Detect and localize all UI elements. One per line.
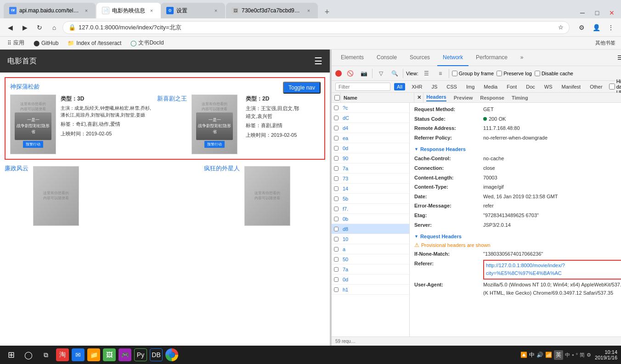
header-close[interactable]: ✕ — [414, 93, 423, 102]
detail-tab-headers-header[interactable]: Headers — [426, 94, 446, 101]
filter-type-other[interactable]: Other — [587, 83, 605, 90]
ime-settings[interactable]: ⚙ — [587, 352, 591, 358]
address-bar[interactable]: 🔒 127.0.0.1:8000/movie/index/?city=北京 ☆ — [62, 21, 570, 34]
select-all-checkbox[interactable] — [334, 95, 340, 101]
network-row-7[interactable]: 73 — [332, 174, 409, 184]
ime-mode[interactable]: 中 ∘ ° — [565, 352, 578, 358]
network-icon[interactable]: 📶 — [545, 352, 552, 358]
network-row-5[interactable]: 90 — [332, 153, 409, 163]
bookmark-docid[interactable]: ◯ 文书DocId — [129, 38, 165, 48]
network-row-8[interactable]: 14 — [332, 184, 409, 194]
tab-3-close[interactable]: × — [212, 7, 220, 14]
chevron-icon[interactable]: 🔼 — [520, 352, 527, 358]
taskbar-mail-icon[interactable]: ✉ — [72, 348, 85, 361]
devtools-tab-more[interactable]: » — [515, 50, 529, 66]
row-7-checkbox[interactable] — [334, 176, 339, 181]
taskbar-photo-icon[interactable]: 🖼 — [103, 348, 116, 361]
row-14-checkbox[interactable] — [334, 247, 339, 252]
row-11-checkbox[interactable] — [334, 217, 339, 221]
taskbar-folder-icon[interactable]: 📁 — [87, 348, 100, 361]
movie-poster-4[interactable]: 这里有你想看的内容可以随便看 — [244, 166, 290, 226]
row-6-checkbox[interactable] — [334, 166, 339, 171]
tab-2-close[interactable]: × — [148, 7, 155, 14]
detail-tab-response-header[interactable]: Response — [480, 95, 504, 101]
taskbar-chrome-icon[interactable]: 🔵 — [165, 348, 178, 361]
movie-poster-1[interactable]: 这里有你想看的内容可以随便看 一是一战争剧型彩虹隐形省 预警行动 — [10, 95, 56, 154]
row-8-checkbox[interactable] — [334, 186, 339, 191]
devtools-tab-sources[interactable]: Sources — [404, 50, 435, 66]
record-button[interactable] — [335, 70, 342, 77]
bookmark-apps[interactable]: ⠿ 应用 — [6, 38, 26, 48]
network-row-4[interactable]: 0d — [332, 143, 409, 153]
network-row-16[interactable]: 7a — [332, 264, 409, 274]
row-12-checkbox[interactable] — [334, 227, 339, 231]
devtools-tab-console[interactable]: Console — [371, 50, 402, 66]
filter-type-doc[interactable]: Doc — [523, 83, 538, 90]
row-5-checkbox[interactable] — [334, 156, 339, 161]
tab-4-close[interactable]: × — [305, 7, 312, 14]
filter-type-manifest[interactable]: Manifest — [559, 83, 584, 90]
menu-button[interactable]: ⋮ — [604, 21, 617, 34]
row-17-checkbox[interactable] — [334, 277, 339, 282]
network-row-1[interactable]: dC — [332, 113, 409, 123]
start-button[interactable]: ⊞ — [4, 347, 18, 362]
network-row-2[interactable]: d4 — [332, 123, 409, 133]
disable-cache-checkbox[interactable]: Disable cache — [535, 71, 573, 76]
clear-button[interactable]: 🚫 — [344, 68, 356, 79]
row-15-checkbox[interactable] — [334, 257, 339, 262]
filter-icon[interactable]: ▽ — [375, 68, 386, 79]
taskbar-game-icon[interactable]: 🎮 — [119, 348, 131, 361]
row-16-checkbox[interactable] — [334, 267, 339, 272]
filter-type-font[interactable]: Font — [504, 83, 519, 90]
request-headers-title[interactable]: Request Headers — [414, 234, 621, 239]
filter-type-css[interactable]: CSS — [444, 83, 460, 90]
taskbar-pycharm-icon[interactable]: Py — [134, 348, 147, 361]
tab-1-close[interactable]: × — [83, 7, 90, 14]
network-row-15[interactable]: 50 — [332, 254, 409, 264]
disable-cache-input[interactable] — [535, 71, 540, 76]
row-4-checkbox[interactable] — [334, 146, 339, 151]
response-headers-title[interactable]: Response Headers — [414, 146, 621, 152]
network-row-13[interactable]: 10 — [332, 234, 409, 244]
row-10-checkbox[interactable] — [334, 207, 339, 211]
network-row-12[interactable]: d8 — [332, 224, 409, 234]
tab-3[interactable]: ⚙ 设置 × — [161, 3, 225, 18]
bookmark-star-icon[interactable]: ☆ — [558, 24, 564, 31]
filter-type-js[interactable]: JS — [429, 83, 440, 90]
network-row-17[interactable]: 0d — [332, 274, 409, 285]
search-icon[interactable]: 🔍 — [389, 68, 400, 79]
toggle-nav-button[interactable]: Toggle nav — [283, 82, 321, 94]
tab-1[interactable]: 🗺 api.map.baidu.com/telematic… × — [4, 3, 96, 18]
row-9-checkbox[interactable] — [334, 196, 339, 201]
devtools-inspect-icon[interactable]: ☰ — [617, 55, 621, 61]
filter-type-media[interactable]: Media — [481, 83, 500, 90]
minimize-button[interactable]: ─ — [577, 7, 588, 18]
network-row-10[interactable]: f7. — [332, 204, 409, 214]
task-view-button[interactable]: ⧉ — [39, 347, 53, 362]
profile-button[interactable]: 👤 — [590, 21, 603, 34]
back-button[interactable]: ◀ — [4, 21, 17, 34]
network-row-0[interactable]: ?c — [332, 103, 409, 113]
bookmark-github[interactable]: ⬤ GitHub — [32, 39, 60, 47]
new-tab-button[interactable]: + — [321, 6, 333, 18]
row-2-checkbox[interactable] — [334, 126, 339, 130]
network-row-9[interactable]: 5b — [332, 194, 409, 204]
row-0-checkbox[interactable] — [334, 106, 339, 110]
preserve-log-input[interactable] — [497, 71, 502, 76]
view-waterfall-icon[interactable]: ≡ — [435, 68, 446, 79]
hamburger-menu-icon[interactable]: ☰ — [314, 56, 322, 67]
group-by-frame-checkbox[interactable]: Group by frame — [452, 71, 494, 76]
taskbar-db-icon[interactable]: DB — [150, 348, 163, 361]
ime-simplified[interactable]: 简 — [580, 352, 585, 358]
network-row-11[interactable]: 0b — [332, 214, 409, 224]
speaker-icon[interactable]: 🔊 — [536, 352, 543, 358]
filter-input[interactable] — [335, 83, 390, 91]
network-row-14[interactable]: a — [332, 244, 409, 254]
hide-data-urls-checkbox[interactable] — [609, 84, 615, 90]
camera-button[interactable]: 📷 — [358, 68, 369, 79]
movie-poster-2[interactable]: 这里有你想看的内容可以随便看 一是一战争剧型彩虹隐形省 预警行动 — [192, 95, 237, 154]
devtools-tab-network[interactable]: Network — [437, 50, 469, 66]
bookmark-tesseract[interactable]: 📁 Index of /tesseract — [66, 39, 123, 47]
movie-poster-3[interactable]: 这里有你想看的内容可以随便看 — [33, 166, 79, 226]
row-13-checkbox[interactable] — [334, 237, 339, 241]
